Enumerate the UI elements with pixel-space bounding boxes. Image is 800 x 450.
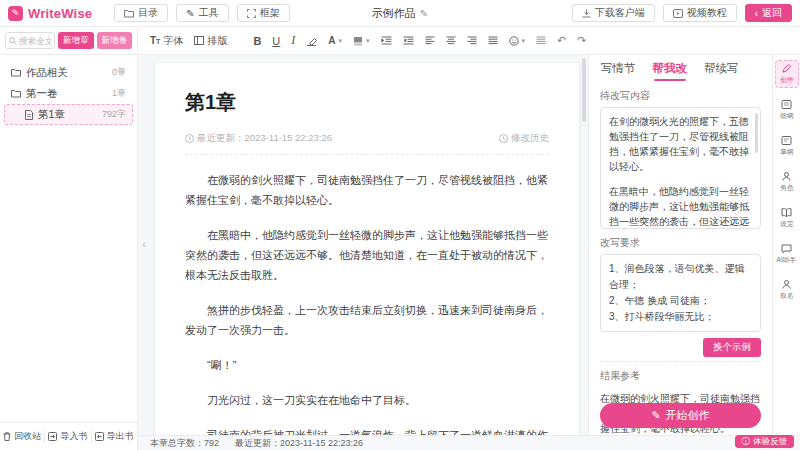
catalog-label: 目录 [138, 6, 158, 20]
insert-emoji-button[interactable]: ▾ [509, 36, 526, 46]
line-spacing-button[interactable] [536, 36, 546, 45]
work-title: 示例作品 [372, 6, 416, 21]
tree-item-count: 1章 [112, 87, 126, 100]
align-justify-button[interactable] [488, 36, 498, 45]
rail-item-create[interactable]: 创作 [775, 60, 799, 88]
video-tutorial-button[interactable]: 视频教程 [663, 4, 737, 22]
export-icon [95, 432, 104, 441]
collapse-sidebar-handle[interactable]: ‹ [138, 226, 150, 262]
tools-button[interactable]: ✎ 工具 [176, 4, 228, 22]
export-book-button[interactable]: 导出书 [95, 430, 134, 443]
layout-button[interactable]: 排版 [194, 34, 227, 48]
new-chapter-button[interactable]: 新增章 [58, 32, 94, 49]
editor-page[interactable]: 第1章 最近更新：2023-11-15 22:23:26 修改历史 在微弱的剑火… [155, 63, 579, 435]
indent-decrease-button[interactable] [403, 36, 414, 45]
rail-item-chapter-outline[interactable]: 章纲 [775, 132, 799, 160]
divider [44, 431, 45, 443]
feedback-button[interactable]: ⓘ 体验反馈 [735, 435, 795, 448]
logo-text: WriteWise [28, 6, 92, 21]
requirement-item: 2、午德 换成 司徒南； [609, 293, 752, 309]
clock-icon [185, 134, 194, 143]
font-color-button[interactable]: A▾ [328, 35, 342, 46]
underline-button[interactable]: U [272, 35, 280, 47]
editor-scrollbar[interactable] [582, 58, 586, 122]
rail-item-naming[interactable]: 取名 [775, 276, 799, 304]
header-actions: 下载客户端 视频教程 ‹ 返回 [572, 4, 792, 22]
revision-history-button[interactable]: 修改历史 [499, 132, 549, 145]
align-right-button[interactable] [467, 36, 477, 45]
paragraph: 煞拼的步伐轻盈，上一次攻击结束后立刻切换，迅速来到司徒南身后，发动了一次强力一击… [185, 300, 549, 340]
app-logo: ✎ WriteWise [8, 6, 92, 21]
paragraph: 司徒南的背后被刀光划过，一道气浪炸，背上留下了一道鲜血淋漓的伤口。 [185, 425, 549, 435]
catalog-button[interactable]: 目录 [114, 4, 168, 22]
rail-label: 设定 [780, 219, 793, 229]
status-updated: 最近更新：2023-11-15 22:23:26 [235, 437, 363, 450]
rail-item-ai-assistant[interactable]: AI助手 [775, 240, 799, 268]
start-creating-button[interactable]: ✎ 开始创作 [600, 403, 761, 428]
download-icon [582, 9, 591, 18]
rail-item-detailed-outline[interactable]: 细纲 [775, 96, 799, 124]
book-icon [781, 207, 792, 218]
rail-item-settings[interactable]: 设定 [775, 204, 799, 232]
tree-item-label: 作品相关 [26, 66, 68, 80]
chapter-sidebar: 作品相关 0章 第一卷 1章 第1章 792字 回收站 导入书 [0, 55, 138, 450]
back-button[interactable]: ‹ 返回 [745, 4, 792, 22]
status-bar: 本章总字数：792 最近更新：2023-11-15 22:23:26 [138, 435, 800, 450]
import-book-button[interactable]: 导入书 [48, 430, 87, 443]
example-row: 换个示例 [600, 338, 761, 357]
rail-label: 取名 [780, 291, 793, 301]
divider [600, 361, 761, 362]
clear-format-button[interactable] [306, 36, 317, 46]
new-volume-button[interactable]: 新增卷 [97, 32, 133, 49]
divider [91, 431, 92, 443]
edit-title-icon[interactable]: ✎ [420, 8, 428, 19]
export-label: 导出书 [107, 430, 134, 443]
requirement-item: 3、打斗桥段华丽无比； [609, 309, 752, 325]
chapter-actions: 新增章 新增卷 [0, 27, 138, 54]
tab-help-rewrite[interactable]: 帮我改 [652, 56, 689, 81]
paragraph: 在微弱的剑火照耀下，司徒南勉强挡住了一刀，尽管视线被阻挡，他紧紧握住宝剑，毫不敢… [185, 170, 549, 210]
font-label: 字体 [163, 34, 183, 48]
tree-item-volume-1[interactable]: 第一卷 1章 [4, 83, 133, 104]
back-label: 返回 [762, 6, 782, 20]
feedback-label: 体验反馈 [753, 436, 787, 448]
source-box-scrollbar[interactable] [755, 113, 758, 153]
indent-increase-button[interactable] [381, 36, 392, 45]
chapter-body[interactable]: 在微弱的剑火照耀下，司徒南勉强挡住了一刀，尽管视线被阻挡，他紧紧握住宝剑，毫不敢… [185, 170, 549, 435]
import-icon [48, 432, 57, 441]
chevron-left-icon: ‹ [755, 8, 758, 19]
align-center-button[interactable] [446, 36, 456, 45]
logo-icon: ✎ [8, 6, 23, 21]
italic-button[interactable]: I [291, 33, 295, 48]
requirement-item: 1、润色段落，语句优美、逻辑合理； [609, 261, 752, 293]
bold-button[interactable]: B [253, 35, 261, 47]
rail-item-characters[interactable]: 角色 [775, 168, 799, 196]
tab-write-plot[interactable]: 写情节 [600, 56, 637, 81]
app-root: ✎ WriteWise 目录 ✎ 工具 框架 示例作品 ✎ 下载客户端 [0, 0, 800, 450]
rewrite-requirements-box[interactable]: 1、润色段落，语句优美、逻辑合理； 2、午德 换成 司徒南； 3、打斗桥段华丽无… [600, 254, 761, 332]
folder-icon [124, 9, 134, 18]
header-nav: 目录 ✎ 工具 框架 [114, 4, 289, 22]
sub-toolbar: 新增章 新增卷 TT字体 排版 B U I A▾ ▾ ▾ ↶ ↷ [0, 27, 800, 55]
align-left-button[interactable] [425, 36, 435, 45]
tree-item-chapter-1[interactable]: 第1章 792字 [4, 104, 133, 125]
framework-button[interactable]: 框架 [237, 4, 290, 22]
download-client-button[interactable]: 下载客户端 [572, 4, 655, 22]
redo-button[interactable]: ↷ [577, 34, 586, 47]
chat-bubble-icon [781, 243, 792, 254]
editor-toolbar: TT字体 排版 B U I A▾ ▾ ▾ ↶ ↷ [138, 33, 587, 48]
rewrite-source-box[interactable]: 在剑的微弱火光的照耀下，五德勉强挡住了一刀，尽管视线被阻挡，他紧紧握住宝剑，毫不… [600, 107, 761, 229]
tree-item-count: 0章 [112, 66, 126, 79]
search-input[interactable] [19, 36, 51, 46]
tree-item-label: 第1章 [38, 108, 65, 122]
font-button[interactable]: TT字体 [150, 34, 183, 48]
highlight-color-button[interactable]: ▾ [353, 36, 370, 46]
tree-item-work-related[interactable]: 作品相关 0章 [4, 62, 133, 83]
undo-button[interactable]: ↶ [557, 34, 566, 47]
pen-icon: ✎ [651, 409, 660, 422]
card-outline-icon [781, 135, 792, 146]
recycle-bin-button[interactable]: 回收站 [3, 430, 41, 443]
change-example-button[interactable]: 换个示例 [703, 338, 761, 357]
tab-help-continue[interactable]: 帮续写 [703, 56, 740, 81]
rail-label: 细纲 [780, 111, 793, 121]
